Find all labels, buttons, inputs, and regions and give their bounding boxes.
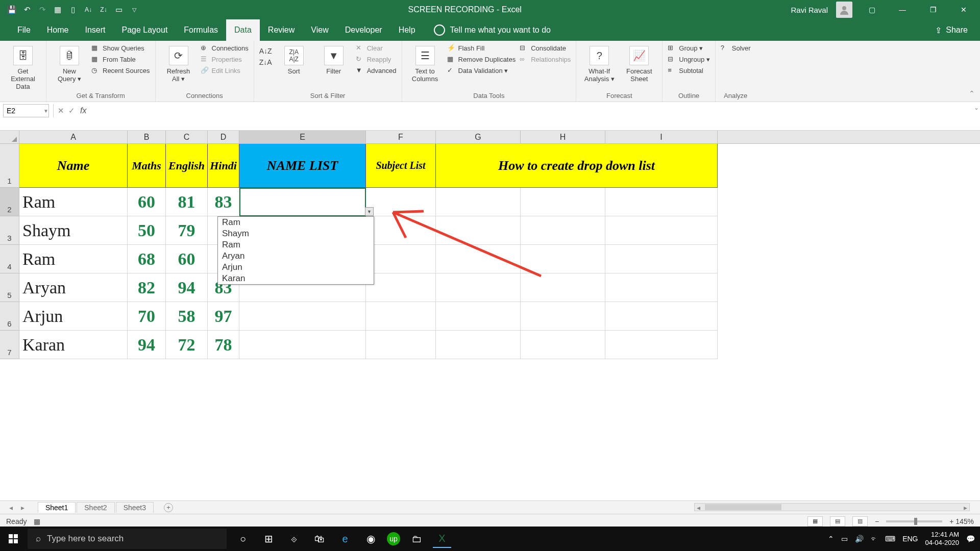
advanced-button[interactable]: ▼Advanced <box>356 66 397 74</box>
cell-C4[interactable]: 60 <box>166 245 208 273</box>
excel-icon[interactable]: X <box>433 530 451 548</box>
cell-D7[interactable]: 78 <box>208 331 239 359</box>
collapse-ribbon-icon[interactable]: ⌃ <box>969 89 975 97</box>
cell-D6[interactable]: 97 <box>208 302 239 331</box>
qat-icon-2[interactable]: ▭ <box>114 5 124 14</box>
group-button[interactable]: ⊞Group ▾ <box>668 44 709 52</box>
tab-view[interactable]: View <box>303 19 336 41</box>
enter-icon[interactable]: ✓ <box>68 106 75 115</box>
tab-data[interactable]: Data <box>226 19 260 41</box>
refresh-all-button[interactable]: ⟳Refresh All ▾ <box>161 44 197 83</box>
cell-G2[interactable] <box>436 188 521 216</box>
dropdown-list[interactable]: RamShaymRamAryanArjunKaran <box>217 216 374 285</box>
tab-insert[interactable]: Insert <box>77 19 113 41</box>
tab-review[interactable]: Review <box>260 19 303 41</box>
cell-A5[interactable]: Aryan <box>19 273 128 302</box>
tab-help[interactable]: Help <box>390 19 424 41</box>
qat-customize-icon[interactable]: ▽ <box>130 5 139 14</box>
new-file-icon[interactable]: ▯ <box>68 5 78 14</box>
cell-B6[interactable]: 70 <box>128 302 166 331</box>
row-header-7[interactable]: 7 <box>0 331 19 359</box>
new-query-button[interactable]: 🛢New Query ▾ <box>52 44 87 83</box>
cell-C3[interactable]: 79 <box>166 216 208 245</box>
cell-G4[interactable] <box>436 245 521 273</box>
minimize-icon[interactable]: — <box>891 1 914 19</box>
cell-H2[interactable] <box>521 188 605 216</box>
cell-B5[interactable]: 82 <box>128 273 166 302</box>
view-layout-icon[interactable]: ▤ <box>830 516 845 527</box>
cell-C2[interactable]: 81 <box>166 188 208 216</box>
cell-I5[interactable] <box>605 273 718 302</box>
cortana-icon[interactable]: ○ <box>234 530 252 548</box>
cell-H7[interactable] <box>521 331 605 359</box>
cancel-icon[interactable]: ✕ <box>58 106 64 115</box>
tray-clock[interactable]: 12:41 AM04-04-2020 <box>925 531 960 546</box>
cell-B4[interactable]: 68 <box>128 245 166 273</box>
cell-E7[interactable] <box>239 331 366 359</box>
notifications-icon[interactable]: 💬 <box>966 535 975 543</box>
redo-icon[interactable]: ↷ <box>38 5 47 14</box>
formula-expand-icon[interactable]: ⌄ <box>974 104 979 111</box>
column-header-D[interactable]: D <box>208 131 239 143</box>
row-header-1[interactable]: 1 <box>0 144 19 188</box>
column-header-B[interactable]: B <box>128 131 166 143</box>
dropdown-item[interactable]: Ram <box>218 217 374 228</box>
tab-pagelayout[interactable]: Page Layout <box>113 19 176 41</box>
cell-E6[interactable] <box>239 302 366 331</box>
taskbar-search[interactable]: ⌕Type here to search <box>28 529 227 549</box>
task-app-icon[interactable]: ⟐ <box>285 530 303 548</box>
zoom-slider[interactable] <box>886 520 942 522</box>
from-table-button[interactable]: ▦From Table <box>91 55 150 63</box>
row-header-3[interactable]: 3 <box>0 216 19 245</box>
row-header-5[interactable]: 5 <box>0 273 19 302</box>
tab-formulas[interactable]: Formulas <box>176 19 226 41</box>
cell-B2[interactable]: 60 <box>128 188 166 216</box>
ribbon-display-icon[interactable]: ▢ <box>861 1 883 19</box>
cell-A3[interactable]: Shaym <box>19 216 128 245</box>
row-header-6[interactable]: 6 <box>0 302 19 331</box>
chrome-icon[interactable]: ◉ <box>361 530 380 548</box>
flash-fill-button[interactable]: ⚡Flash Fill <box>447 44 516 52</box>
dropdown-item[interactable]: Shaym <box>218 228 374 239</box>
sort-button[interactable]: Z|AA|ZSort <box>276 44 312 75</box>
cell-G3[interactable] <box>436 216 521 245</box>
sheet-tab-1[interactable]: Sheet1 <box>38 502 76 513</box>
cell-G7[interactable] <box>436 331 521 359</box>
recent-sources-button[interactable]: ◷Recent Sources <box>91 66 150 74</box>
cell-F1[interactable]: Subject List <box>366 144 436 188</box>
tray-lang[interactable]: ENG <box>902 535 918 543</box>
explorer-icon[interactable]: 🗀 <box>407 530 426 548</box>
cell-I7[interactable] <box>605 331 718 359</box>
save-icon[interactable]: 💾 <box>7 5 16 14</box>
sort-asc-icon[interactable]: A↓ <box>84 5 93 14</box>
cell-F3[interactable] <box>366 216 436 245</box>
column-header-C[interactable]: C <box>166 131 208 143</box>
cell-E2[interactable]: ▼ <box>239 188 366 216</box>
cell-A4[interactable]: Ram <box>19 245 128 273</box>
tab-file[interactable]: File <box>9 19 39 41</box>
edge-icon[interactable]: e <box>336 530 354 548</box>
zoom-out-icon[interactable]: − <box>875 517 879 525</box>
whatif-button[interactable]: ?What-If Analysis ▾ <box>581 44 617 83</box>
select-all-button[interactable] <box>0 131 19 143</box>
cell-G6[interactable] <box>436 302 521 331</box>
cell-A2[interactable]: Ram <box>19 188 128 216</box>
edit-links-button[interactable]: 🔗Edit Links <box>201 66 249 74</box>
dropdown-arrow-icon[interactable]: ▼ <box>365 207 374 216</box>
column-header-I[interactable]: I <box>605 131 718 143</box>
macro-record-icon[interactable]: ▦ <box>34 517 40 525</box>
cell-H5[interactable] <box>521 273 605 302</box>
cell-F4[interactable] <box>366 245 436 273</box>
column-header-A[interactable]: A <box>19 131 128 143</box>
cell-A1[interactable]: Name <box>19 144 128 188</box>
fx-icon[interactable]: fx <box>80 106 86 115</box>
task-view-icon[interactable]: ⊞ <box>259 530 278 548</box>
dropdown-item[interactable]: Arjun <box>218 262 374 273</box>
cell-F2[interactable] <box>366 188 436 216</box>
start-button[interactable] <box>0 527 27 551</box>
zoom-label[interactable]: + 145% <box>949 517 974 525</box>
column-header-H[interactable]: H <box>521 131 605 143</box>
cell-D2[interactable]: 83 <box>208 188 239 216</box>
cell-H4[interactable] <box>521 245 605 273</box>
cell-H6[interactable] <box>521 302 605 331</box>
